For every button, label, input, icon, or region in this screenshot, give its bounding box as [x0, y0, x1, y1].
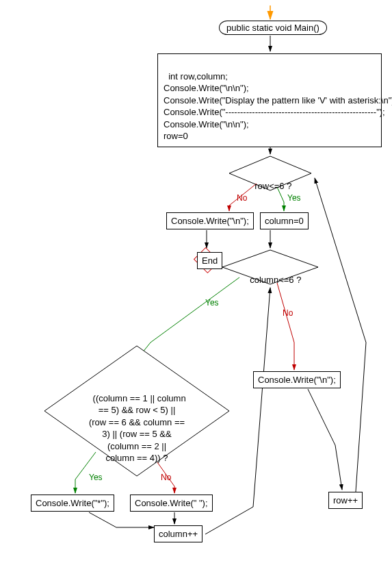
- write-star: Console.Write("*");: [31, 495, 114, 512]
- set-column-0: column=0: [260, 212, 309, 229]
- init-block: int row,column; Console.Write("\n\n"); C…: [157, 53, 382, 147]
- write-space: Console.Write(" ");: [130, 495, 213, 512]
- inc-column: column++: [154, 525, 202, 542]
- edge-yes-cond: Yes: [89, 473, 103, 482]
- edge-no-col: No: [283, 308, 293, 318]
- init-block-text: int row,column; Console.Write("\n\n"); C…: [164, 71, 392, 142]
- edge-no-row: No: [237, 193, 247, 203]
- svg-marker-8: [44, 346, 229, 476]
- edge-yes-row: Yes: [287, 193, 301, 203]
- write-newline-1: Console.Write("\n");: [166, 212, 254, 229]
- svg-marker-3: [229, 156, 311, 190]
- edge-no-cond: No: [161, 473, 171, 482]
- edge-yes-col: Yes: [205, 298, 219, 308]
- end-node: End: [197, 252, 222, 269]
- start-label: public static void Main(): [226, 23, 319, 33]
- start-node: public static void Main(): [219, 21, 327, 35]
- write-newline-2: Console.Write("\n");: [253, 371, 341, 388]
- inc-row: row++: [328, 492, 363, 509]
